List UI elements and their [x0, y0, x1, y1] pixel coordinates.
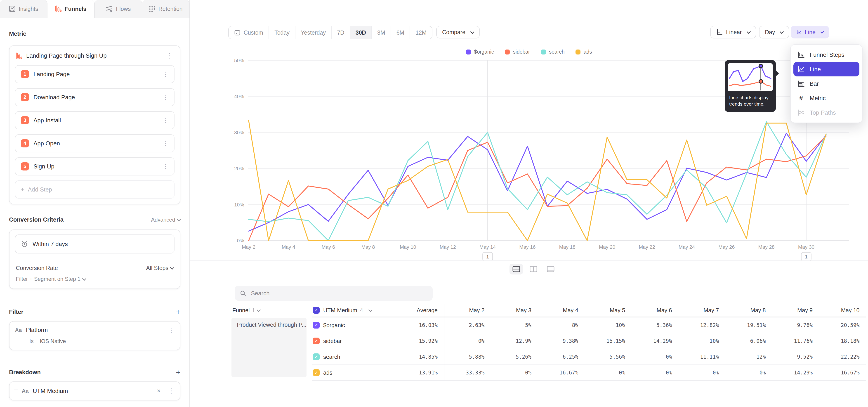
- funnel-step-row[interactable]: 5 Sign Up ⋮: [15, 157, 175, 176]
- funnel-step-row[interactable]: 1 Landing Page ⋮: [15, 65, 175, 83]
- drag-handle-icon[interactable]: [14, 389, 18, 392]
- row-checkbox[interactable]: ✓: [313, 322, 320, 328]
- scale-dropdown[interactable]: Linear: [710, 26, 756, 38]
- funnel-cell[interactable]: Product Viewed through P...: [231, 318, 307, 377]
- funnel-header[interactable]: Landing Page through Sign Up ⋮: [15, 51, 175, 60]
- conversion-window[interactable]: Within 7 days: [15, 234, 175, 253]
- breakdown-column-header[interactable]: ✓ UTM Medium 4: [312, 307, 398, 314]
- svg-text:May 8: May 8: [362, 244, 375, 250]
- menu-item-label: Metric: [810, 95, 826, 102]
- menu-item-top-paths[interactable]: Top Paths: [794, 105, 860, 120]
- menu-item-bar[interactable]: Bar: [794, 76, 860, 91]
- date-column-header[interactable]: May 6: [631, 307, 678, 314]
- menu-item-metric[interactable]: # Metric: [794, 91, 860, 105]
- svg-text:1: 1: [805, 254, 808, 259]
- range-label: 30D: [355, 29, 366, 36]
- breakdown-section-header: Breakdown +: [9, 368, 180, 376]
- metric-card: Landing Page through Sign Up ⋮ 1 Landing…: [9, 45, 180, 205]
- view-toggle-side-by-side[interactable]: [527, 264, 540, 275]
- breakdown-property-row[interactable]: Aa UTM Medium × ⋮: [9, 382, 180, 400]
- interval-label: Day: [765, 29, 775, 35]
- advanced-dropdown[interactable]: Advanced: [151, 217, 180, 223]
- row-checkbox[interactable]: ✓: [313, 353, 320, 360]
- date-column-header[interactable]: May 4: [538, 307, 585, 314]
- chart-type-dropdown[interactable]: Line: [791, 26, 829, 38]
- funnel-column: Funnel 1 Product Viewed through P...: [231, 304, 312, 381]
- table-row-sidebar[interactable]: ✓sidebar15.92%0%12.9%9.38%15.15%14.29%10…: [312, 333, 866, 349]
- kebab-icon[interactable]: ⋮: [161, 140, 169, 147]
- table-row-search[interactable]: ✓search14.85%5.88%5.26%6.25%5.56%0%11.11…: [312, 349, 866, 365]
- compare-button[interactable]: Compare: [436, 26, 480, 38]
- svg-text:May 2: May 2: [242, 244, 255, 250]
- average-value: 16.03%: [398, 322, 444, 328]
- view-toggle-table-only[interactable]: [544, 264, 557, 275]
- view-toggle-chart-and-table[interactable]: [509, 264, 523, 275]
- filter-segment-dropdown[interactable]: Filter + Segment on Step 1: [9, 271, 180, 288]
- funnel-step-row[interactable]: 2 Download Page ⋮: [15, 88, 175, 106]
- tab-insights[interactable]: Insights: [0, 0, 48, 18]
- kebab-icon[interactable]: ⋮: [161, 163, 169, 169]
- range-12m[interactable]: 12M: [410, 26, 432, 39]
- top-paths-icon: [797, 109, 805, 116]
- date-column-header[interactable]: May 3: [491, 307, 537, 314]
- date-column-header[interactable]: May 5: [585, 307, 631, 314]
- interval-dropdown[interactable]: Day: [759, 26, 789, 38]
- kebab-icon[interactable]: ⋮: [161, 71, 169, 77]
- breakdown-table: Funnel 1 Product Viewed through P... ✓ U…: [231, 304, 866, 381]
- range-7d[interactable]: 7D: [332, 26, 350, 39]
- kebab-icon[interactable]: ⋮: [161, 117, 169, 123]
- range-today[interactable]: Today: [269, 26, 296, 39]
- row-checkbox[interactable]: ✓: [313, 369, 320, 376]
- filter-condition-row[interactable]: Is iOS Native: [9, 335, 180, 350]
- menu-item-funnel-steps[interactable]: Funnel Steps: [794, 48, 860, 62]
- table-row-organic[interactable]: ✓$organic16.03%2.63%5%8%10%5.36%12.82%19…: [312, 317, 866, 333]
- funnel-step-row[interactable]: 4 App Open ⋮: [15, 134, 175, 152]
- series-sidebar[interactable]: [249, 136, 826, 241]
- svg-text:May 24: May 24: [679, 244, 695, 250]
- kebab-icon[interactable]: ⋮: [161, 94, 169, 100]
- cell-value: 8%: [538, 322, 585, 328]
- funnel-step-row[interactable]: 3 App Install ⋮: [15, 111, 175, 129]
- range-6m[interactable]: 6M: [391, 26, 410, 39]
- date-column-header[interactable]: May 8: [725, 307, 772, 314]
- cell-value: 14.29%: [772, 370, 819, 376]
- search-input[interactable]: [250, 289, 427, 298]
- range-yesterday[interactable]: Yesterday: [296, 26, 332, 39]
- kebab-icon[interactable]: ⋮: [167, 327, 176, 333]
- funnel-column-header[interactable]: Funnel 1: [231, 304, 312, 317]
- row-checkbox[interactable]: ✓: [313, 338, 320, 344]
- range-30d[interactable]: 30D: [350, 26, 372, 39]
- date-column-header[interactable]: May 2: [444, 307, 491, 314]
- kebab-icon[interactable]: ⋮: [167, 388, 176, 394]
- all-steps-dropdown[interactable]: All Steps: [146, 265, 174, 271]
- date-column-header[interactable]: May 10: [819, 307, 866, 314]
- range-label: 3M: [377, 29, 385, 36]
- series-search[interactable]: [249, 122, 826, 241]
- filter-property-row[interactable]: Aa Platform ⋮: [9, 321, 180, 335]
- kebab-icon[interactable]: ⋮: [165, 53, 174, 59]
- step-label: Sign Up: [33, 163, 157, 170]
- average-value: 13.91%: [398, 370, 444, 376]
- select-all-checkbox[interactable]: ✓: [313, 307, 320, 314]
- date-column-header[interactable]: May 9: [772, 307, 819, 314]
- range-3m[interactable]: 3M: [372, 26, 391, 39]
- tab-retention[interactable]: Retention: [142, 0, 190, 18]
- svg-text:May 12: May 12: [440, 244, 456, 250]
- date-column-header[interactable]: May 7: [678, 307, 725, 314]
- range-custom[interactable]: Custom: [229, 26, 269, 39]
- table-row-ads[interactable]: ✓ads13.91%33.33%0%16.67%0%0%0%0%14.29%16…: [312, 365, 866, 381]
- menu-item-label: Top Paths: [810, 109, 836, 116]
- average-column-header[interactable]: Average: [398, 307, 444, 314]
- add-filter-button[interactable]: +: [176, 308, 180, 316]
- add-step-button[interactable]: + Add Step: [15, 181, 175, 198]
- tab-flows[interactable]: Flows: [95, 0, 142, 18]
- add-breakdown-button[interactable]: +: [176, 368, 180, 376]
- view-toggles: [509, 264, 557, 275]
- close-icon[interactable]: ×: [157, 387, 160, 395]
- menu-item-line[interactable]: Line: [794, 62, 860, 76]
- report-tabbar: Insights Funnels Flows Retention: [0, 0, 189, 18]
- tab-funnels[interactable]: Funnels: [48, 0, 95, 18]
- series-ads[interactable]: [249, 121, 826, 241]
- chevron-down-icon: [257, 308, 261, 312]
- retention-icon: [149, 5, 155, 12]
